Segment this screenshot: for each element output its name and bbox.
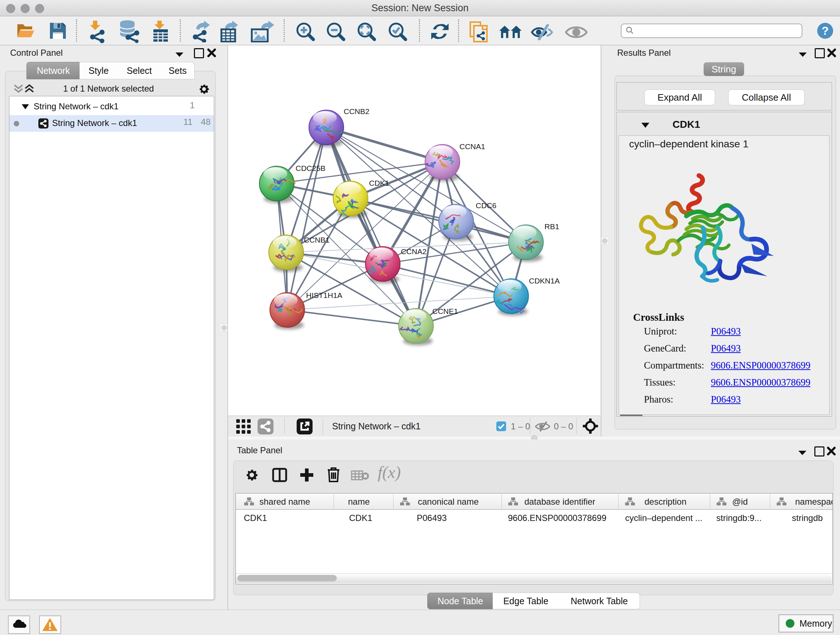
svg-text:CCNB2: CCNB2: [344, 107, 369, 116]
svg-text:CDC6: CDC6: [476, 201, 496, 210]
svg-text:CCNA1: CCNA1: [459, 142, 485, 150]
svg-text:CDC25B: CDC25B: [295, 164, 325, 172]
svg-text:HIST1H1A: HIST1H1A: [306, 291, 342, 299]
svg-text:CDK1: CDK1: [369, 179, 389, 187]
svg-text:RB1: RB1: [545, 222, 559, 231]
svg-text:CCNE1: CCNE1: [432, 307, 458, 315]
svg-text:CCNB1: CCNB1: [304, 236, 330, 244]
svg-text:CDKN1A: CDKN1A: [529, 277, 560, 285]
svg-text:CCNA2: CCNA2: [401, 247, 426, 256]
